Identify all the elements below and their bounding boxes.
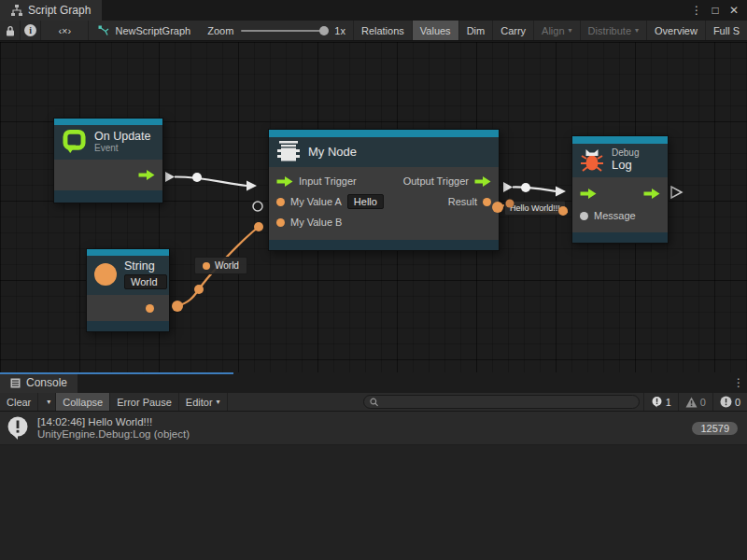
tab-console[interactable]: Console	[0, 372, 78, 393]
window-controls: ⋮ □ ✕	[689, 0, 747, 21]
search-icon	[370, 398, 379, 407]
chevron-down-icon: ▾	[217, 398, 220, 406]
zoom-slider-handle[interactable]	[319, 26, 329, 35]
script-graph-icon	[98, 25, 109, 36]
tab-script-graph[interactable]: Script Graph	[0, 0, 102, 21]
full-screen-button[interactable]: Full S	[705, 21, 747, 40]
chevron-down-icon: ▾	[47, 398, 50, 406]
value-wire-dot	[254, 222, 263, 231]
value-wire-dot	[492, 202, 503, 213]
relations-button[interactable]: Relations	[353, 21, 412, 40]
flow-wire-dot	[192, 173, 202, 182]
console-panel: Console ⋮ Clear ▾ Collapse Error Pause E…	[0, 372, 747, 560]
warning-count-button[interactable]: 0	[678, 393, 712, 411]
info-log-icon	[651, 396, 663, 408]
value-wire-dot	[194, 285, 204, 294]
maximize-icon[interactable]: □	[708, 4, 723, 17]
log-line-message: [14:02:46] Hello World!!!	[37, 416, 684, 427]
zoom-label: Zoom	[207, 25, 233, 36]
zoom-value: 1x	[334, 25, 345, 36]
clear-dropdown[interactable]: ▾	[38, 393, 56, 411]
info-count-button[interactable]: 1	[643, 393, 678, 411]
distribute-dropdown[interactable]: Distribute ▾	[580, 21, 646, 40]
graph-hierarchy-icon	[11, 5, 22, 16]
search-input[interactable]	[382, 397, 632, 407]
console-search-box[interactable]	[363, 395, 640, 409]
chevron-down-icon: ▾	[569, 26, 572, 35]
collapse-button[interactable]: Collapse	[56, 393, 110, 411]
values-button[interactable]: Values	[412, 21, 458, 40]
zoom-slider[interactable]	[241, 30, 327, 32]
clear-button[interactable]: Clear	[0, 393, 38, 411]
console-toolbar: Clear ▾ Collapse Error Pause Editor ▾ 1	[0, 393, 747, 412]
code-icon: ‹×›	[58, 25, 71, 36]
log-line-stacktrace: UnityEngine.Debug:Log (object)	[37, 428, 684, 440]
window-menu-icon[interactable]: ⋮	[689, 4, 704, 17]
tab-title: Script Graph	[28, 4, 91, 17]
chevron-down-icon: ▾	[635, 26, 639, 35]
value-wire-dot	[172, 301, 183, 312]
info-button[interactable]: i	[21, 21, 41, 40]
warning-icon	[685, 397, 698, 408]
graph-toolbar: i ‹×› NewScriptGraph Zoom 1x Relations V…	[0, 21, 747, 41]
console-list-icon	[10, 378, 21, 388]
log-collapse-count-badge: 12579	[692, 422, 738, 435]
graph-name: NewScriptGraph	[115, 25, 190, 36]
console-menu-icon[interactable]: ⋮	[730, 372, 747, 393]
console-tab-bar: Console ⋮	[0, 372, 747, 393]
carry-button[interactable]: Carry	[492, 21, 533, 40]
unity-script-graph-window: { "colors": { "accent_teal": "#1b87a6", …	[0, 0, 747, 560]
panel-focus-indicator	[0, 372, 233, 374]
flow-wire-dot	[521, 183, 530, 192]
log-message: [14:02:46] Hello World!!! UnityEngine.De…	[37, 416, 684, 440]
editor-dropdown[interactable]: Editor ▾	[179, 393, 228, 411]
lock-button[interactable]	[0, 21, 21, 40]
value-wire-dot	[558, 206, 568, 216]
align-dropdown[interactable]: Align ▾	[533, 21, 579, 40]
info-icon: i	[24, 24, 36, 36]
value-wire-dot	[506, 200, 514, 208]
error-count-button[interactable]: 0	[712, 393, 747, 411]
window-tab-bar: Script Graph ⋮ □ ✕	[0, 0, 747, 21]
dim-button[interactable]: Dim	[458, 21, 493, 40]
graph-canvas[interactable]: On Update Event My Node	[0, 42, 747, 372]
lock-icon	[6, 25, 15, 36]
error-icon	[720, 396, 732, 408]
wire-dot-layer	[0, 42, 747, 372]
close-icon[interactable]: ✕	[726, 4, 741, 17]
console-tab-label: Console	[26, 376, 67, 389]
zoom-control: Zoom 1x	[200, 21, 353, 40]
console-log-entry[interactable]: [14:02:46] Hello World!!! UnityEngine.De…	[0, 412, 747, 445]
graph-breadcrumb[interactable]: NewScriptGraph	[89, 21, 200, 40]
error-pause-button[interactable]: Error Pause	[110, 393, 179, 411]
toolbar-toggle-group: Relations Values Dim Carry Align ▾ Distr…	[353, 21, 747, 40]
code-preview-button[interactable]: ‹×›	[41, 21, 89, 40]
overview-button[interactable]: Overview	[646, 21, 705, 40]
log-info-bubble-icon	[6, 415, 30, 441]
